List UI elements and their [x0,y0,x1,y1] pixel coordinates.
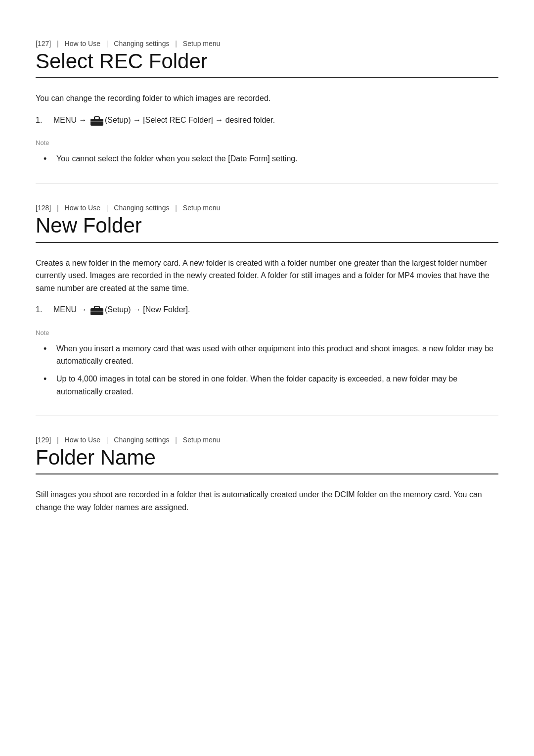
section-128: [128] | How to Use | Changing settings |… [36,204,498,416]
breadcrumb-item: Setup menu [183,40,221,47]
section-meta: [128] | How to Use | Changing settings |… [36,204,498,212]
section-number: [128] [36,204,51,212]
body-paragraph: You can change the recording folder to w… [36,92,498,105]
section-body: Still images you shoot are recorded in a… [36,488,498,514]
svg-rect-4 [94,306,99,309]
svg-rect-1 [94,117,99,119]
breadcrumb-separator: | [104,436,110,444]
breadcrumb-separator: | [173,436,178,444]
step-content: MENU → (Setup) → [New Folder]. [53,303,498,316]
note-text: You cannot select the folder when you se… [56,152,498,165]
note-label: Note [36,328,498,338]
section-number: [129] [36,436,51,444]
breadcrumb-item: How to Use [65,204,100,212]
step-number: 1. [36,114,49,127]
body-paragraph: Still images you shoot are recorded in a… [36,488,498,514]
note-text: Up to 4,000 images in total can be store… [56,373,498,398]
section-meta: [127] | How to Use | Changing settings |… [36,40,498,47]
note-item: •You cannot select the folder when you s… [44,152,498,166]
breadcrumb-item: How to Use [65,40,100,47]
breadcrumb-item: How to Use [65,436,100,444]
step-item: 1.MENU → (Setup) → [New Folder]. [36,303,498,316]
step-item: 1.MENU → (Setup) → [Select REC Folder] →… [36,114,498,127]
bullet-icon: • [44,152,52,166]
section-body: Creates a new folder in the memory card.… [36,257,498,398]
note-text: When you insert a memory card that was u… [56,342,498,368]
section-bottom-divider [36,416,498,416]
breadcrumb-item: Changing settings [114,204,169,212]
note-list: •When you insert a memory card that was … [44,342,498,398]
breadcrumb-item: Setup menu [183,436,221,444]
section-title: Select REC Folder [36,49,498,73]
note-list: •You cannot select the folder when you s… [44,152,498,166]
breadcrumb-item: Changing settings [114,40,169,47]
step-content: MENU → (Setup) → [Select REC Folder] → d… [53,114,498,127]
breadcrumb-separator: | [173,40,178,47]
step-list: 1.MENU → (Setup) → [New Folder]. [36,303,498,316]
breadcrumb-separator: | [55,436,60,444]
section-title-divider [36,242,498,243]
body-paragraph: Creates a new folder in the memory card.… [36,257,498,295]
step-list: 1.MENU → (Setup) → [Select REC Folder] →… [36,114,498,127]
breadcrumb-separator: | [55,204,60,212]
setup-icon [90,115,104,126]
page-container: [127] | How to Use | Changing settings |… [0,0,534,553]
note-item: •Up to 4,000 images in total can be stor… [44,373,498,398]
svg-rect-5 [90,311,103,312]
bullet-icon: • [44,342,52,356]
step-number: 1. [36,303,49,316]
bullet-icon: • [44,373,52,386]
section-title: Folder Name [36,446,498,470]
section-title-divider [36,77,498,78]
section-body: You can change the recording folder to w… [36,92,498,166]
svg-rect-2 [90,121,103,122]
breadcrumb-separator: | [55,40,60,47]
breadcrumb-separator: | [104,40,110,47]
section-129: [129] | How to Use | Changing settings |… [36,436,498,514]
breadcrumb-separator: | [104,204,110,212]
section-127: [127] | How to Use | Changing settings |… [36,40,498,184]
note-label: Note [36,138,498,148]
setup-icon [90,305,104,316]
section-title: New Folder [36,214,498,237]
section-number: [127] [36,40,51,47]
breadcrumb-item: Setup menu [183,204,221,212]
section-title-divider [36,473,498,474]
section-meta: [129] | How to Use | Changing settings |… [36,436,498,444]
breadcrumb-separator: | [173,204,178,212]
note-item: •When you insert a memory card that was … [44,342,498,368]
breadcrumb-item: Changing settings [114,436,169,444]
section-bottom-divider [36,184,498,184]
